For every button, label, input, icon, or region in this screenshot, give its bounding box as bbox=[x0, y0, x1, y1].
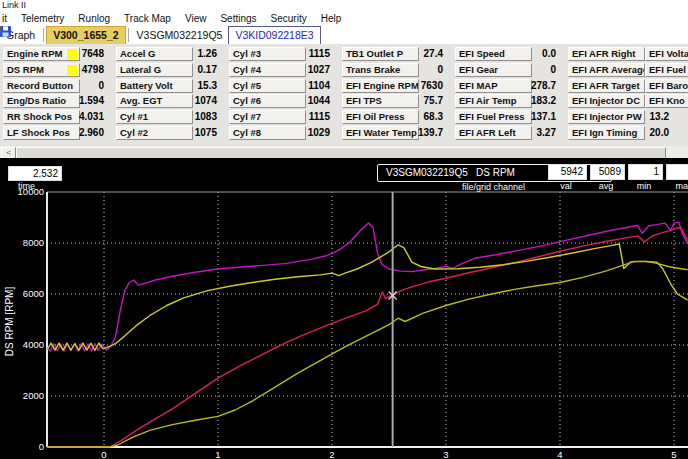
channel-file-name: V3SGM032219Q5 bbox=[386, 165, 468, 181]
channel-button[interactable]: EFI Baro bbox=[645, 79, 688, 93]
menu-item-telemetry[interactable]: Telemetry bbox=[21, 13, 64, 24]
channel-button[interactable]: EFI Volta bbox=[645, 47, 688, 61]
channel-button[interactable]: Trans Brake bbox=[342, 63, 419, 77]
channel-value: 1083 bbox=[195, 111, 217, 122]
channel-value: 0 bbox=[550, 64, 556, 75]
cursor-time-label: time bbox=[18, 181, 35, 191]
channel-value: 15.3 bbox=[198, 80, 217, 91]
channel-button[interactable]: Lateral G bbox=[116, 63, 193, 77]
menu-item-runlog[interactable]: Runlog bbox=[78, 13, 110, 24]
channel-button[interactable]: Cyl #8 bbox=[229, 126, 306, 140]
x-tick-label: 3 bbox=[443, 449, 448, 459]
channel-button[interactable]: EFI Speed bbox=[455, 47, 532, 61]
channel-button[interactable]: EFI Ign Timing bbox=[568, 126, 645, 140]
menu-item-help[interactable]: Help bbox=[321, 13, 342, 24]
channel-value: 1029 bbox=[308, 127, 330, 138]
channel-button[interactable]: Cyl #1 bbox=[116, 110, 193, 124]
channel-button[interactable]: EFI Fuel Press bbox=[455, 110, 532, 124]
channel-button[interactable]: Cyl #4 bbox=[229, 63, 306, 77]
stat-min-label: min bbox=[628, 181, 660, 191]
channel-button[interactable]: Avg. EGT bbox=[116, 94, 193, 108]
channel-button[interactable]: EFI MAP bbox=[455, 79, 532, 93]
channel-color-swatch bbox=[67, 49, 77, 59]
channel-button[interactable]: Cyl #7 bbox=[229, 110, 306, 124]
grid-column: EFI VoltaEFI FuelEFI BaroEFI Kno bbox=[645, 47, 688, 110]
grid-column: Accel G1.26Lateral G0.17Battery Volt15.3… bbox=[116, 47, 228, 142]
tab-file-v3kid092218e3[interactable]: V3KID092218E3 bbox=[228, 26, 320, 45]
grid-cell: Eng/Ds Ratio1.594 bbox=[3, 94, 115, 107]
grid-cell: EFI Gear0 bbox=[455, 63, 567, 76]
channel-value: 13.2 bbox=[650, 111, 669, 122]
grid-cell: Record Button0 bbox=[3, 79, 115, 92]
menu-item-it[interactable]: it bbox=[2, 13, 7, 24]
channel-value: 1115 bbox=[309, 48, 330, 59]
channel-button[interactable]: EFI Injector PW bbox=[568, 110, 645, 124]
channel-button[interactable]: RR Shock Pos bbox=[3, 110, 80, 124]
channel-button[interactable]: EFI AFR Average bbox=[568, 63, 645, 77]
tab-file-v300-1655-2[interactable]: V300_1655_2 bbox=[46, 26, 125, 45]
channel-button[interactable]: Cyl #5 bbox=[229, 79, 306, 93]
channel-button[interactable]: EFI Injector DC bbox=[568, 94, 645, 108]
channel-button[interactable]: EFI TPS bbox=[342, 94, 419, 108]
channel-value: 137.1 bbox=[531, 111, 556, 122]
stat-avg-value: 5089 bbox=[590, 164, 625, 180]
channel-value: 1104 bbox=[308, 80, 330, 91]
channel-button[interactable]: Cyl #2 bbox=[116, 126, 193, 140]
grid-cell: Cyl #51104 bbox=[229, 79, 341, 92]
channel-button[interactable]: DS RPM bbox=[3, 63, 80, 77]
tab-file-v3sgm032219q5[interactable]: V3SGM032219Q5 bbox=[131, 27, 229, 44]
channel-value: 1027 bbox=[308, 64, 330, 75]
channel-value: 0 bbox=[437, 64, 443, 75]
grid-cell: EFI Fuel Press137.1 bbox=[455, 110, 567, 123]
x-tick-label: 5 bbox=[671, 449, 676, 459]
series-v3sgm032219q5-engine-rpm bbox=[47, 222, 688, 351]
channel-button[interactable]: EFI Oil Press bbox=[342, 110, 419, 124]
channel-button[interactable]: EFI Kno bbox=[645, 94, 688, 108]
channel-button[interactable]: EFI AFR Target bbox=[568, 79, 645, 93]
series-v3sgm032219q5-ds-rpm bbox=[47, 228, 688, 447]
channel-button[interactable]: Engine RPM bbox=[3, 47, 80, 61]
channel-value: 0 bbox=[98, 80, 104, 91]
stat-max-label: max bbox=[666, 181, 688, 191]
grid-column: Engine RPM7648DS RPM4798Record Button0En… bbox=[3, 47, 115, 142]
channel-button[interactable]: EFI Air Temp bbox=[455, 94, 532, 108]
channel-button[interactable]: Accel G bbox=[116, 47, 193, 61]
grid-cell: Lateral G0.17 bbox=[116, 63, 228, 76]
menu-item-security[interactable]: Security bbox=[271, 13, 307, 24]
menu-item-track-map[interactable]: Track Map bbox=[124, 13, 171, 24]
channel-button[interactable]: Record Button bbox=[3, 79, 80, 93]
channel-button[interactable]: TB1 Outlet P bbox=[342, 47, 419, 61]
channel-button[interactable]: Cyl #3 bbox=[229, 47, 306, 61]
grid-cell: Avg. EGT1074 bbox=[116, 94, 228, 107]
channel-value: 7648 bbox=[82, 48, 104, 59]
tab-separator bbox=[128, 28, 129, 42]
channel-color-swatch bbox=[67, 65, 77, 75]
grid-cell: EFI Injector PW13.2 bbox=[568, 110, 680, 123]
grid-column: EFI Speed0.0EFI Gear0EFI MAP278.7EFI Air… bbox=[455, 47, 567, 142]
channel-button[interactable]: Battery Volt bbox=[116, 79, 193, 93]
channel-value: 1044 bbox=[308, 95, 330, 106]
channel-button[interactable]: EFI Engine RPM bbox=[342, 79, 419, 93]
menu-item-settings[interactable]: Settings bbox=[220, 13, 256, 24]
x-tick-label: 2 bbox=[329, 449, 334, 459]
grid-cell: LF Shock Pos2.960 bbox=[3, 126, 115, 139]
channel-button[interactable]: LF Shock Pos bbox=[3, 126, 80, 140]
grid-cell: Cyl #21075 bbox=[116, 126, 228, 139]
rpm-plot[interactable]: 0200040006000800010000012345 bbox=[0, 158, 688, 459]
grid-cell: Cyl #61044 bbox=[229, 94, 341, 107]
channel-value: 183.2 bbox=[531, 95, 556, 106]
channel-button[interactable]: EFI Gear bbox=[455, 63, 532, 77]
channel-button[interactable]: Cyl #6 bbox=[229, 94, 306, 108]
menu-item-view[interactable]: View bbox=[185, 13, 207, 24]
channel-button[interactable]: EFI Fuel bbox=[645, 63, 688, 77]
channel-value: 278.7 bbox=[531, 80, 556, 91]
channel-button[interactable]: EFI AFR Right bbox=[568, 47, 645, 61]
grid-cell: EFI Baro bbox=[645, 79, 688, 92]
grid-cell: Cyl #41027 bbox=[229, 63, 341, 76]
tab-bar: Graph V300_1655_2 V3SGM032219Q5 V3KID092… bbox=[0, 26, 688, 45]
grid-cell: EFI Fuel bbox=[645, 63, 688, 76]
channel-button[interactable]: Eng/Ds Ratio bbox=[3, 94, 80, 108]
channel-button[interactable]: EFI Water Temp bbox=[342, 126, 419, 140]
x-tick-label: 0 bbox=[101, 449, 106, 459]
channel-button[interactable]: EFI AFR Left bbox=[455, 126, 532, 140]
